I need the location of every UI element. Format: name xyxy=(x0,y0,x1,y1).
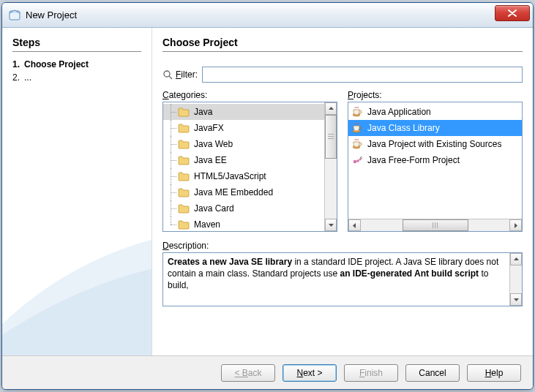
scroll-up-icon[interactable] xyxy=(510,253,522,265)
cancel-button[interactable]: Cancel xyxy=(405,364,460,382)
divider xyxy=(12,51,141,52)
description-text: Creates a new Java SE library in a stand… xyxy=(163,253,509,306)
step-number: 2. xyxy=(12,72,24,83)
category-item[interactable]: JavaFX xyxy=(163,120,324,136)
categories-listbox[interactable]: JavaJavaFXJava WebJava EEHTML5/JavaScrip… xyxy=(162,102,337,232)
category-label: Java Web xyxy=(194,139,233,149)
java-cup-icon xyxy=(351,138,363,150)
titlebar: New Project xyxy=(2,3,533,28)
categories-label: Categories: xyxy=(162,90,337,100)
project-item[interactable]: Java Free-Form Project xyxy=(348,152,522,168)
close-button[interactable] xyxy=(495,5,530,21)
app-icon xyxy=(8,9,21,22)
category-item[interactable]: Java Web xyxy=(163,136,324,152)
next-button[interactable]: Next > xyxy=(283,364,337,382)
category-label: Java xyxy=(194,107,212,117)
help-button[interactable]: Help xyxy=(467,364,521,382)
scrollbar-vertical[interactable] xyxy=(324,102,337,231)
folder-icon xyxy=(178,139,190,149)
step-item: 2.... xyxy=(12,71,141,84)
svg-point-8 xyxy=(359,159,362,161)
project-label: Java Free-Form Project xyxy=(367,155,460,165)
category-item[interactable]: Maven xyxy=(163,216,324,231)
scroll-down-icon[interactable] xyxy=(510,293,522,306)
java-cup-icon xyxy=(351,106,363,118)
tree-line-icon xyxy=(166,216,178,231)
project-label: Java Project with Existing Sources xyxy=(367,139,501,149)
tree-line-icon xyxy=(166,168,178,184)
main-heading: Choose Project xyxy=(162,37,523,48)
projects-listbox[interactable]: Java ApplicationJava Class LibraryJava P… xyxy=(348,102,523,232)
folder-icon xyxy=(178,123,190,133)
category-item[interactable]: Java ME Embedded xyxy=(163,184,324,200)
tree-line-icon xyxy=(166,200,178,216)
search-icon xyxy=(162,69,173,80)
projects-column: Projects: Java ApplicationJava Class Lib… xyxy=(348,90,523,232)
scrollbar-vertical[interactable] xyxy=(509,253,522,306)
svg-point-7 xyxy=(356,159,359,162)
back-button[interactable]: < Back xyxy=(221,364,275,382)
description-label: Description: xyxy=(162,241,523,251)
step-item: 1.Choose Project xyxy=(12,58,141,71)
folder-icon xyxy=(178,171,190,181)
finish-button[interactable]: Finish xyxy=(344,364,398,382)
tree-line-icon xyxy=(166,184,178,200)
project-label: Java Application xyxy=(367,107,431,117)
steps-heading: Steps xyxy=(12,37,141,48)
step-label: ... xyxy=(24,72,31,83)
main-pane: Choose Project Filter: Categories: JavaJ… xyxy=(151,28,533,355)
steps-pane: Steps 1.Choose Project 2.... xyxy=(2,28,151,355)
category-label: Maven xyxy=(194,219,220,230)
filter-label: Filter: xyxy=(176,69,198,80)
project-label: Java Class Library xyxy=(367,123,440,133)
tree-line-icon xyxy=(166,120,178,136)
category-item[interactable]: Java Card xyxy=(163,200,324,216)
category-item[interactable]: Java xyxy=(163,104,324,120)
folder-icon xyxy=(178,155,190,165)
divider xyxy=(162,51,523,52)
category-label: Java Card xyxy=(194,203,234,214)
folder-icon xyxy=(178,203,190,214)
category-label: Java ME Embedded xyxy=(194,187,273,197)
svg-point-1 xyxy=(164,71,170,77)
content-area: Steps 1.Choose Project 2.... Choose Proj… xyxy=(2,28,533,355)
scroll-left-icon[interactable] xyxy=(348,219,361,231)
scroll-down-icon[interactable] xyxy=(325,219,337,231)
folder-icon xyxy=(178,219,190,230)
description-box: Creates a new Java SE library in a stand… xyxy=(162,252,523,306)
dialog-window: New Project Steps 1.Choose Project 2....… xyxy=(1,2,534,390)
tree-line-icon xyxy=(166,104,178,120)
categories-column: Categories: JavaJavaFXJava WebJava EEHTM… xyxy=(162,90,337,232)
decorative-swoosh xyxy=(2,224,151,355)
ant-icon xyxy=(351,154,363,166)
svg-point-6 xyxy=(353,160,356,163)
category-item[interactable]: Java EE xyxy=(163,152,324,168)
category-label: Java EE xyxy=(194,155,227,165)
filter-input[interactable] xyxy=(202,67,523,83)
svg-line-2 xyxy=(169,76,172,79)
scroll-right-icon[interactable] xyxy=(509,219,522,231)
category-label: HTML5/JavaScript xyxy=(194,171,266,181)
category-label: JavaFX xyxy=(194,123,224,133)
scroll-up-icon[interactable] xyxy=(325,102,337,115)
button-bar: < Back Next > Finish Cancel Help xyxy=(2,355,533,389)
steps-list: 1.Choose Project 2.... xyxy=(12,58,141,84)
lists-row: Categories: JavaJavaFXJava WebJava EEHTM… xyxy=(162,90,523,232)
scrollbar-horizontal[interactable] xyxy=(348,219,522,231)
folder-icon xyxy=(178,107,190,117)
java-cup-icon xyxy=(351,122,363,134)
tree-line-icon xyxy=(166,136,178,152)
scroll-thumb[interactable] xyxy=(325,115,337,159)
step-label: Choose Project xyxy=(24,59,89,69)
folder-icon xyxy=(178,187,190,197)
project-item[interactable]: Java Application xyxy=(348,104,522,120)
filter-row: Filter: xyxy=(162,67,523,83)
step-number: 1. xyxy=(12,59,24,69)
project-item[interactable]: Java Project with Existing Sources xyxy=(348,136,522,152)
scroll-thumb[interactable] xyxy=(403,219,468,231)
window-title: New Project xyxy=(26,10,77,20)
projects-label: Projects: xyxy=(348,90,523,100)
tree-line-icon xyxy=(166,152,178,168)
project-item[interactable]: Java Class Library xyxy=(348,120,522,136)
category-item[interactable]: HTML5/JavaScript xyxy=(163,168,324,184)
